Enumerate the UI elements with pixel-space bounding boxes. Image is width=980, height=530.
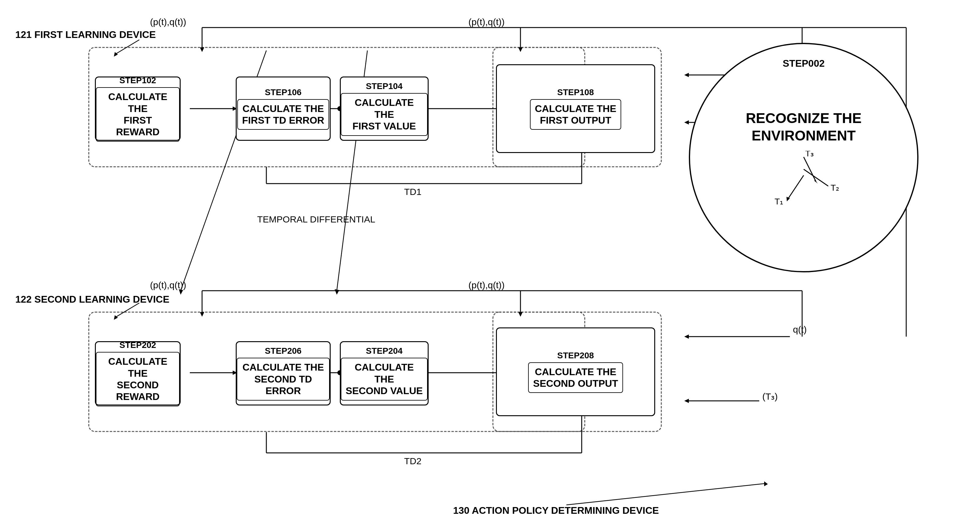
step106-content: CALCULATE THEFIRST TD ERROR <box>237 99 329 130</box>
pq-top-right-label: (p(t),q(t)) <box>468 17 504 27</box>
step208-content: CALCULATE THESECOND OUTPUT <box>528 362 623 393</box>
step102-label: STEP102 <box>119 76 156 86</box>
step206-content: CALCULATE THESECOND TD ERROR <box>237 358 330 400</box>
step104-label: STEP104 <box>366 81 402 91</box>
svg-line-62 <box>803 169 828 186</box>
svg-marker-29 <box>684 399 689 403</box>
step208-box: STEP208 CALCULATE THESECOND OUTPUT <box>496 327 655 416</box>
svg-marker-19 <box>200 48 204 52</box>
svg-marker-63 <box>826 184 830 187</box>
svg-marker-23 <box>684 73 689 77</box>
diagram-container: 121 FIRST LEARNING DEVICE 122 SECOND LEA… <box>0 0 980 530</box>
temporal-differential-label: TEMPORAL DIFFERENTIAL <box>257 214 375 225</box>
step204-content: CALCULATE THESECOND VALUE <box>341 358 428 400</box>
step106-box: STEP106 CALCULATE THEFIRST TD ERROR <box>236 76 331 141</box>
step202-content: CALCULATE THESECOND REWARD <box>96 352 180 406</box>
step204-box: STEP204 CALCULATE THESECOND VALUE <box>340 341 429 405</box>
svg-text:T₃: T₃ <box>805 151 814 158</box>
svg-line-65 <box>788 175 803 198</box>
pq-bottom-right-label: (p(t),q(t)) <box>468 280 504 290</box>
step204-label: STEP204 <box>366 346 402 356</box>
step206-label: STEP206 <box>265 346 302 356</box>
second-learning-device-label: 122 SECOND LEARNING DEVICE <box>15 294 169 305</box>
svg-marker-21 <box>518 48 523 52</box>
step104-box: STEP104 CALCULATE THEFIRST VALUE <box>340 76 429 141</box>
step108-label: STEP108 <box>557 87 594 97</box>
svg-line-59 <box>803 157 816 181</box>
svg-marker-49 <box>335 289 339 295</box>
svg-text:T₂: T₂ <box>830 183 839 192</box>
qt-bottom-label: q(t) <box>793 324 807 335</box>
step102-box: STEP102 CALCULATE THEFIRST REWARD <box>95 76 181 141</box>
svg-marker-25 <box>684 120 689 125</box>
svg-line-54 <box>566 484 765 505</box>
step106-label: STEP106 <box>265 87 302 97</box>
pq-bottom-left-label: (p(t),q(t)) <box>150 280 186 290</box>
pq-top-left-label: (p(t),q(t)) <box>150 17 186 27</box>
step208-label: STEP208 <box>557 351 594 360</box>
td1-label: TD1 <box>404 187 422 197</box>
svg-marker-35 <box>200 312 204 317</box>
td2-label: TD2 <box>404 456 422 467</box>
svg-marker-37 <box>518 312 523 317</box>
t-arrows-svg: T₃ T₂ T₁ <box>758 151 850 212</box>
step108-content: CALCULATE THEFIRST OUTPUT <box>530 99 621 130</box>
t3-label: (T₃) <box>762 391 778 402</box>
first-learning-device-label: 121 FIRST LEARNING DEVICE <box>15 29 156 40</box>
step108-box: STEP108 CALCULATE THEFIRST OUTPUT <box>496 64 655 153</box>
step202-box: STEP202 CALCULATE THESECOND REWARD <box>95 341 181 405</box>
step002-circle: STEP002 RECOGNIZE THEENVIRONMENT T₃ T₂ T… <box>689 43 918 272</box>
step202-label: STEP202 <box>119 340 156 350</box>
step102-content: CALCULATE THEFIRST REWARD <box>96 87 180 142</box>
svg-line-50 <box>116 40 139 54</box>
svg-marker-27 <box>684 335 689 339</box>
svg-marker-55 <box>764 481 768 486</box>
step104-content: CALCULATE THEFIRST VALUE <box>341 93 428 136</box>
action-policy-device-label: 130 ACTION POLICY DETERMINING DEVICE <box>453 505 659 516</box>
step002-label: STEP002 <box>783 58 825 69</box>
step206-box: STEP206 CALCULATE THESECOND TD ERROR <box>236 341 331 405</box>
step002-content: RECOGNIZE THEENVIRONMENT <box>746 109 862 145</box>
svg-text:T₁: T₁ <box>775 197 783 206</box>
